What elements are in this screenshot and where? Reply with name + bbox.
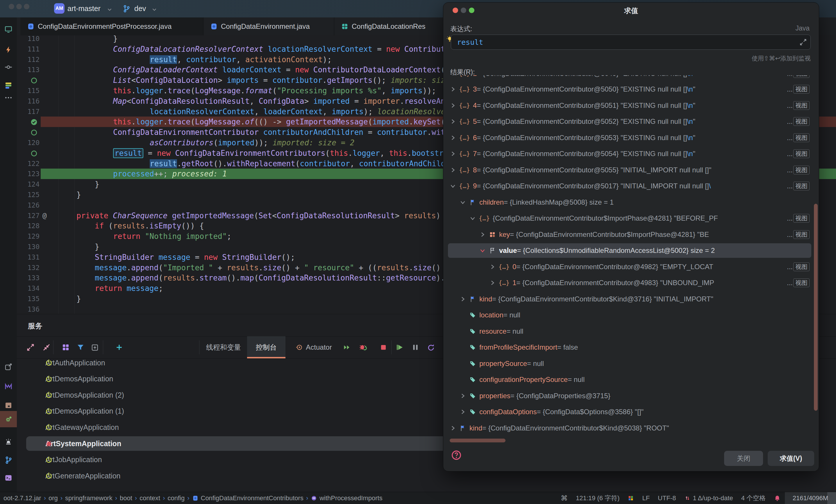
chevron-collapsed-icon[interactable] xyxy=(479,231,486,238)
breadcrumb-item[interactable]: boot xyxy=(120,495,132,502)
view-button[interactable]: 视图 xyxy=(793,117,810,126)
view-button[interactable]: 视图 xyxy=(793,75,810,78)
service-app-row[interactable]: ArtJobApplication xyxy=(26,452,456,467)
breadcrumb-item[interactable]: oot-2.7.12.jar xyxy=(3,495,41,502)
view-button[interactable]: 视图 xyxy=(793,149,810,158)
tool-stripe-bolt-button[interactable] xyxy=(4,45,13,54)
tree-row-8[interactable]: {…}8 = {ConfigDataEnvironmentContributor… xyxy=(447,163,815,177)
plusc-button[interactable] xyxy=(115,343,124,352)
vertical-scrollbar[interactable] xyxy=(814,204,818,411)
chevron-collapsed-icon[interactable] xyxy=(449,150,457,157)
tree-row-configurationPropertySource[interactable]: configurationPropertySource = null xyxy=(447,372,815,387)
chevron-expanded-icon[interactable] xyxy=(479,247,486,254)
tree-row-children[interactable]: children = {LinkedHashMap@5008} size = 1 xyxy=(447,195,815,210)
view-button[interactable]: 视图 xyxy=(793,182,810,190)
chevron-collapsed-icon[interactable] xyxy=(459,392,467,400)
debug-tab-2[interactable]: 控制台 xyxy=(247,336,285,358)
view-link[interactable]: ...视图 xyxy=(787,133,810,142)
chevron-collapsed-icon[interactable] xyxy=(449,75,457,77)
breadcrumb-item[interactable]: org xyxy=(49,495,58,502)
tool-stripe-commit-button[interactable] xyxy=(4,63,13,72)
tree-row-6[interactable]: {…}6 = {ConfigDataEnvironmentContributor… xyxy=(447,131,815,145)
tree-row-7[interactable]: {…}7 = {ConfigDataEnvironmentContributor… xyxy=(447,147,815,161)
view-link[interactable]: ...视图 xyxy=(787,182,810,190)
tool-stripe-monitor-button[interactable] xyxy=(4,25,13,34)
breadcrumb-item[interactable]: ConfigDataEnvironmentContributors xyxy=(201,495,303,502)
tree-row-fromProfileSpecificImport[interactable]: fromProfileSpecificImport = false xyxy=(447,340,815,355)
help-icon[interactable] xyxy=(451,450,462,461)
view-link[interactable]: ...视图 xyxy=(787,149,810,158)
git-status[interactable]: 1 Δ/up-to-date xyxy=(680,495,737,502)
view-link[interactable]: ...视图 xyxy=(787,85,810,94)
evaluate-button[interactable]: 求值(V) xyxy=(768,451,814,466)
view-button[interactable]: 视图 xyxy=(793,230,810,239)
tool-stripe-branch-button[interactable] xyxy=(4,456,13,464)
breadcrumb-item[interactable]: springframework xyxy=(65,495,113,502)
close-window-button[interactable] xyxy=(9,4,14,9)
file-encoding[interactable]: UTF-8 xyxy=(654,495,680,502)
horizontal-scrollbar[interactable] xyxy=(450,439,506,442)
breadcrumb-item[interactable]: withProcessedImports xyxy=(320,495,382,502)
expand-editor-icon[interactable] xyxy=(799,38,807,46)
debug-tab-3[interactable]: Actuator xyxy=(289,336,338,358)
expression-input[interactable] xyxy=(451,35,811,50)
chevron-expanded-icon[interactable] xyxy=(459,198,467,206)
view-link[interactable]: ...视图 xyxy=(787,214,810,222)
expand-button[interactable] xyxy=(26,343,35,352)
caret-position[interactable]: 121:19 (6 字符) xyxy=(572,494,624,503)
chevron-expanded-icon[interactable] xyxy=(449,182,457,190)
chevron-expanded-icon[interactable] xyxy=(469,214,476,222)
editor-tab[interactable]: ConfigDataEnvironment.java xyxy=(204,17,334,36)
indent-config[interactable]: 4 个空格 xyxy=(737,494,770,503)
view-button[interactable]: 视图 xyxy=(793,214,810,222)
chevron-collapsed-icon[interactable] xyxy=(449,85,457,93)
chevron-collapsed-icon[interactable] xyxy=(489,279,496,287)
chevron-collapsed-icon[interactable] xyxy=(449,118,457,125)
tree-row-9[interactable]: {…}9 = {ConfigDataEnvironmentContributor… xyxy=(447,179,815,193)
chevron-collapsed-icon[interactable] xyxy=(449,424,457,432)
view-button[interactable]: 视图 xyxy=(793,85,810,94)
zoom-window-button[interactable] xyxy=(24,4,30,9)
view-button[interactable]: 视图 xyxy=(793,278,810,287)
service-app-row[interactable]: ArtDemosApplication (2) xyxy=(26,388,456,402)
view-link[interactable]: ...视图 xyxy=(787,117,810,126)
tool-stripe-termp-button[interactable] xyxy=(4,473,13,482)
rerun-button[interactable] xyxy=(427,343,435,352)
project-selector[interactable]: art-master xyxy=(68,4,100,13)
tree-row-properties[interactable]: properties = {ConfigDataProperties@3715} xyxy=(447,389,815,403)
memory-indicator[interactable]: 2161/4096M xyxy=(785,492,836,504)
tool-stripe-lamp-button[interactable] xyxy=(4,437,13,446)
collapse-button[interactable] xyxy=(42,343,51,352)
chevron-collapsed-icon[interactable] xyxy=(459,408,467,415)
plugin-indicator[interactable] xyxy=(624,495,638,501)
chevron-collapsed-icon[interactable] xyxy=(489,263,496,271)
service-app-row[interactable]: ArtGenerateApplication xyxy=(26,468,456,483)
chevron-collapsed-icon[interactable] xyxy=(459,295,467,303)
view-button[interactable]: 视图 xyxy=(793,263,810,271)
tree-row-kind[interactable]: kind = {ConfigDataEnvironmentContributor… xyxy=(447,421,815,435)
shortcut-indicator[interactable]: ⌘ xyxy=(557,494,572,502)
stop-button[interactable] xyxy=(379,343,388,352)
minimize-window-button[interactable] xyxy=(16,4,22,9)
debug-tab-1[interactable]: 线程和变量 xyxy=(201,336,247,358)
close-button[interactable]: 关闭 xyxy=(724,451,763,466)
tree-row-kind[interactable]: kind = {ConfigDataEnvironmentContributor… xyxy=(447,292,815,306)
service-app-row[interactable]: ArtSystemApplication xyxy=(26,436,456,451)
tree-row-3[interactable]: {…}3 = {ConfigDataEnvironmentContributor… xyxy=(447,82,815,97)
breadcrumb-item[interactable]: context xyxy=(139,495,160,502)
tool-stripe-dotsh-button[interactable] xyxy=(4,93,13,102)
view-button[interactable]: 视图 xyxy=(793,133,810,142)
tool-stripe-gearg-button[interactable] xyxy=(4,415,13,424)
tree-row-0[interactable]: {…}0 = {ConfigDataEnvironmentContributor… xyxy=(447,259,815,274)
tree-row-resource[interactable]: resource = null xyxy=(447,324,815,338)
notifications[interactable] xyxy=(770,495,785,502)
view-button[interactable]: 视图 xyxy=(793,101,810,110)
tree-row-value[interactable]: value = {Collections$UnmodifiableRandomA… xyxy=(447,243,815,258)
view-button[interactable]: 视图 xyxy=(793,166,810,174)
tool-stripe-pkg-button[interactable] xyxy=(4,401,13,409)
funnel-button[interactable] xyxy=(76,343,85,352)
view-link[interactable]: ...视图 xyxy=(787,166,810,174)
editor-tab[interactable]: ConfigDataEnvironmentPostProcessor.java xyxy=(20,17,204,36)
tree-row[interactable]: {…}{ConfigDataEnvironmentContributor$Imp… xyxy=(447,211,815,226)
chevron-collapsed-icon[interactable] xyxy=(449,102,457,109)
